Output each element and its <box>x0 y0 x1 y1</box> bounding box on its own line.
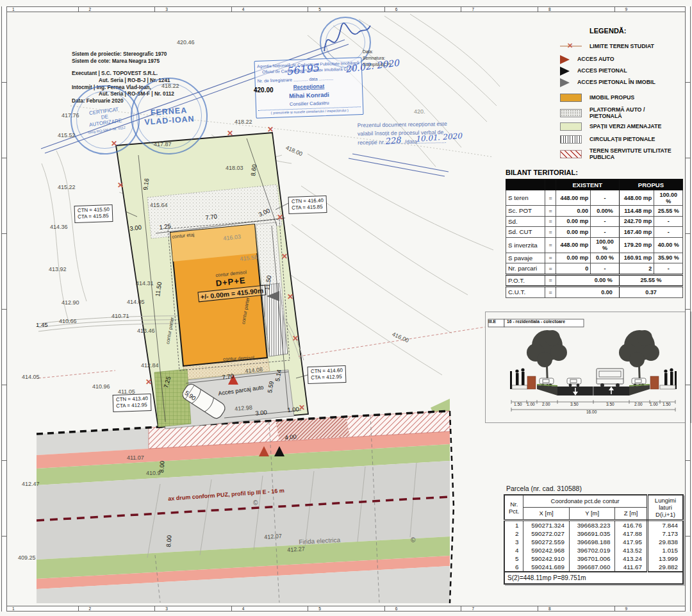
bilant-table: EXISTENT PROPUS S teren= 448.00 mp- 448.… <box>506 179 683 298</box>
street-profile-panel <box>485 312 691 423</box>
signature-block: Data: Semnatura: Stampila BCPI <box>363 49 391 69</box>
reception-note: Prezentul document recepționat este vala… <box>358 120 466 147</box>
ruler-cell: 9 <box>614 7 691 12</box>
bilant-summary-row: P.O.T.= 0.00 % 25.55 % <box>506 274 683 287</box>
ruler-tick <box>2 536 6 537</box>
ruler-tick <box>2 82 6 83</box>
servitute-swatch-icon <box>560 150 582 158</box>
legend-item-label: LIMITE TEREN STUDIAT <box>589 43 654 50</box>
ruler-tick <box>686 158 690 158</box>
legend-item: TEREN SERVITUTE UTILITATE PUBLICA <box>560 147 692 161</box>
legend: LEGENDĂ: LIMITE TEREN STUDIAT ACCES AUTO… <box>560 27 692 163</box>
stamp-text: Seria RO-SM-F Nr. 0112 <box>87 125 126 134</box>
level-note-box: CTN = 413.40 CTA = 412.95 <box>113 394 152 412</box>
coords-row: 5590242.910396701.006413.2413.999 <box>504 554 683 563</box>
legend-item-label: ACCES PIETONAL <box>577 67 627 74</box>
sheet: { "frame": {"ruler_numbers": ["1","2","3… <box>0 0 692 616</box>
acces-pietonal-imobil-icon <box>560 78 570 87</box>
coords-row: 1590271.324396683.223416.767.844 <box>504 520 683 530</box>
legend-item-label: ACCES AUTO <box>577 56 614 63</box>
legend-item: IMOBIL PROPUS <box>560 94 692 102</box>
ruler-right <box>685 6 691 612</box>
ruler-tick <box>686 460 690 461</box>
coords-row: 6590241.689396687.060411.6729.882 <box>504 563 683 572</box>
legend-item-label: SPAȚII VERZI AMENAJATE <box>589 123 661 130</box>
parcel-coordinates: Parcela (nr. cad. 310588) Nr. Pct. Coord… <box>504 485 684 585</box>
stamp-text: CERTIFICAT <box>88 106 119 115</box>
col-existent: EXISTENT <box>556 179 619 190</box>
level-note-box: CTN = 414.60 CTA = 412.95 <box>308 365 347 384</box>
cta-value: CTA = 415.85 <box>292 204 324 212</box>
ruler-left <box>1 6 7 612</box>
legend-item: SPAȚII VERZI AMENAJATE <box>560 122 692 131</box>
coordinates-table: Nr. Pct. Coordonate pct.de contur Lungim… <box>504 494 684 585</box>
legend-item: ACCES PIETONAL ÎN IMOBIL <box>560 78 692 87</box>
ruler-cell: 8 <box>538 606 614 611</box>
ruler-cell: 1 <box>1 7 78 12</box>
legend-item-label: PLATFORMĂ AUTO / PIETONALĂ <box>589 106 673 120</box>
bilant-header-row: EXISTENT PROPUS <box>506 179 683 190</box>
info-line: Executant | S.C. TOPOVEST S.R.L. <box>72 71 226 78</box>
legend-item: ACCES AUTO <box>560 55 692 64</box>
limite-line-icon <box>560 46 582 47</box>
legend-item: PLATFORMĂ AUTO / PIETONALĂ <box>560 106 692 120</box>
ruler-cell: 9 <box>614 606 691 611</box>
legend-item: LIMITE TEREN STUDIAT <box>560 43 692 50</box>
ruler-tick <box>2 460 6 461</box>
cta-value: CTA = 412.95 <box>311 374 343 382</box>
ruler-top: 123456789 <box>1 6 691 12</box>
ruler-tick <box>2 233 6 234</box>
legend-item: CIRCULAȚII PIETONALE <box>560 135 692 144</box>
ruler-cell: 8 <box>538 7 614 12</box>
info-line: Sistem de proiectie: Stereografic 1970 <box>72 51 226 58</box>
bilant-summary-row: C.U.T.= 0.00 0.37 <box>506 287 683 298</box>
bilant-row: Sd.= 0.00 mp- 242.70 mp- <box>506 216 683 227</box>
ruler-cell: 3 <box>154 7 231 12</box>
circulatii-swatch-icon <box>560 135 582 144</box>
bilant-row: Nr. parcari= 0- 2- <box>506 263 683 275</box>
bilant-row: S pavaje= 0.00 mp0.00 % 160.91 mp35.90 % <box>506 253 683 263</box>
street-section-drawing <box>486 312 691 422</box>
ruler-tick <box>686 536 690 537</box>
stamp-text: AUTORIZARE <box>88 117 122 128</box>
cta-value: CTA = 415.85 <box>78 213 110 221</box>
imobil-propus-swatch-icon <box>560 94 582 102</box>
ruler-cell: 2 <box>78 606 155 611</box>
bilant-row: S teren= 448.00 mp- 448.00 mp100.00 % <box>506 190 683 206</box>
coords-footer-row: S(2)=448.11mp P=89.751m <box>504 572 683 584</box>
ruler-cell: 1 <box>1 606 78 611</box>
territorial-balance: BILANT TERITORIAL: EXISTENT PROPUS S ter… <box>506 169 683 298</box>
ruler-tick <box>686 233 690 234</box>
col-propus: PROPUS <box>619 179 682 190</box>
legend-title: LEGENDĂ: <box>589 27 692 35</box>
ruler-cell: 5 <box>308 7 384 12</box>
ruler-cell: 3 <box>154 606 231 611</box>
registration-stamp: Agenția Națională de Cadastru și Publici… <box>254 57 363 118</box>
bilant-title: BILANT TERITORIAL: <box>506 169 683 176</box>
ruler-cell: 2 <box>78 7 155 12</box>
sig-line: Stampila BCPI <box>363 62 391 68</box>
bilant-row: Sd. CUT= 0.00 mp- 167.40 mp- <box>506 227 683 238</box>
ruler-cell: 6 <box>384 7 461 12</box>
bilant-row: S inverzita= 448.00 mp100.00 % 179.20 mp… <box>506 237 683 253</box>
ruler-cell: 7 <box>461 606 538 611</box>
legend-item-label: CIRCULAȚII PIETONALE <box>589 136 655 143</box>
car-icon <box>540 378 646 384</box>
legend-item-label: TEREN SERVITUTE UTILITATE PUBLICA <box>589 147 679 161</box>
ruler-tick <box>2 385 6 385</box>
ruler-tick <box>686 385 690 385</box>
stamp-text: DE <box>101 113 108 120</box>
ruler-bottom: 123456789 <box>1 606 691 612</box>
ruler-cell: 5 <box>308 606 384 611</box>
ruler-tick <box>2 309 6 310</box>
ruler-cell: 4 <box>231 7 308 12</box>
sig-line: Semnatura: <box>363 55 391 62</box>
area-perimeter-summary: S(2)=448.11mp P=89.751m <box>504 572 683 584</box>
legend-item: ACCES PIETONAL <box>560 67 692 76</box>
coords-row: 4590242.968396702.019413.521.015 <box>504 546 683 554</box>
ruler-tick <box>686 309 690 310</box>
coords-row: 2590272.027396691.035417.887.173 <box>504 529 683 538</box>
bilant-row: Sc. POT= 0.000.00% 114.48 mp25.55 % <box>506 206 683 217</box>
cta-value: CTA = 412.95 <box>116 403 148 410</box>
sig-line: Data: <box>363 49 391 55</box>
